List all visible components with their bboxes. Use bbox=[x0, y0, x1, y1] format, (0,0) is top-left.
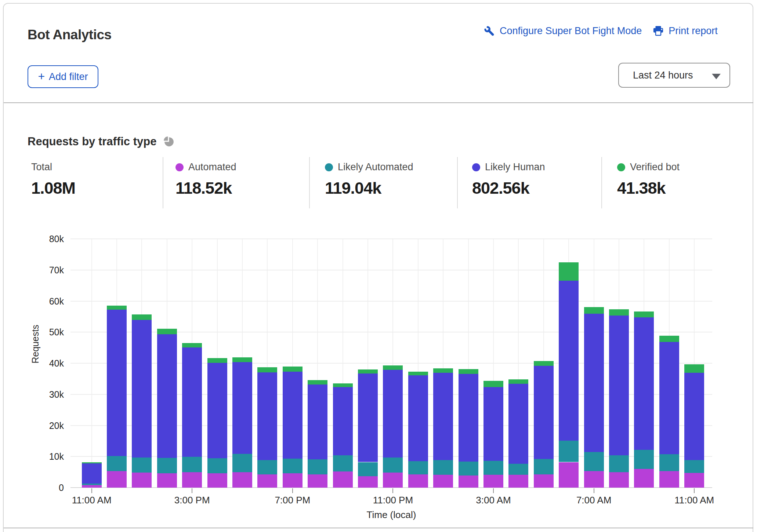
bar-segment[interactable] bbox=[408, 375, 428, 461]
bar-segment[interactable] bbox=[383, 473, 403, 488]
bar-segment[interactable] bbox=[107, 456, 127, 471]
bar-segment[interactable] bbox=[207, 458, 227, 473]
bar-segment[interactable] bbox=[358, 476, 378, 488]
bar-segment[interactable] bbox=[257, 367, 277, 372]
bar-segment[interactable] bbox=[584, 307, 604, 314]
bar-segment[interactable] bbox=[534, 459, 554, 474]
print-report-link[interactable]: Print report bbox=[653, 25, 718, 37]
bar-segment[interactable] bbox=[383, 458, 403, 473]
bar-segment[interactable] bbox=[132, 458, 152, 473]
bar-segment[interactable] bbox=[182, 457, 202, 472]
bar-segment[interactable] bbox=[358, 462, 378, 477]
bar-segment[interactable] bbox=[508, 475, 528, 488]
bar-segment[interactable] bbox=[584, 471, 604, 488]
bar-segment[interactable] bbox=[609, 455, 629, 473]
bar-segment[interactable] bbox=[82, 485, 102, 488]
bar-segment[interactable] bbox=[333, 387, 353, 455]
bar-segment[interactable] bbox=[634, 311, 654, 317]
bar-segment[interactable] bbox=[659, 336, 679, 342]
bar-segment[interactable] bbox=[232, 454, 252, 472]
bar-segment[interactable] bbox=[333, 471, 353, 488]
bar-segment[interactable] bbox=[157, 473, 177, 488]
bar-segment[interactable] bbox=[459, 475, 478, 488]
bar-segment[interactable] bbox=[684, 364, 704, 373]
bar-segment[interactable] bbox=[308, 380, 327, 385]
bar-segment[interactable] bbox=[483, 461, 503, 475]
bar-segment[interactable] bbox=[559, 441, 579, 462]
bar-segment[interactable] bbox=[283, 473, 303, 488]
bar-segment[interactable] bbox=[157, 329, 177, 334]
bar-segment[interactable] bbox=[257, 474, 277, 488]
bar-segment[interactable] bbox=[308, 474, 327, 488]
bar-segment[interactable] bbox=[132, 314, 152, 320]
bar-segment[interactable] bbox=[157, 458, 177, 473]
bar-segment[interactable] bbox=[433, 368, 453, 373]
bar-segment[interactable] bbox=[609, 316, 629, 455]
bar-segment[interactable] bbox=[408, 474, 428, 488]
bar-segment[interactable] bbox=[207, 358, 227, 363]
bar-segment[interactable] bbox=[283, 459, 303, 473]
bar-segment[interactable] bbox=[483, 387, 503, 461]
bar-segment[interactable] bbox=[483, 381, 503, 387]
bar-segment[interactable] bbox=[157, 334, 177, 458]
bar-segment[interactable] bbox=[333, 383, 353, 387]
bar-segment[interactable] bbox=[459, 462, 478, 475]
bar-segment[interactable] bbox=[257, 372, 277, 460]
bar-segment[interactable] bbox=[107, 471, 127, 488]
bar-segment[interactable] bbox=[257, 460, 277, 475]
bar-segment[interactable] bbox=[659, 454, 679, 471]
bar-segment[interactable] bbox=[82, 463, 102, 484]
bar-segment[interactable] bbox=[308, 459, 327, 474]
bar-segment[interactable] bbox=[459, 369, 478, 374]
bar-segment[interactable] bbox=[684, 473, 704, 488]
configure-super-bot-fight-mode-link[interactable]: Configure Super Bot Fight Mode bbox=[483, 25, 642, 37]
bar-segment[interactable] bbox=[684, 460, 704, 473]
bar-segment[interactable] bbox=[82, 462, 102, 463]
bar-segment[interactable] bbox=[207, 473, 227, 488]
bar-segment[interactable] bbox=[383, 365, 403, 370]
time-range-select[interactable]: Last 24 hours bbox=[618, 63, 730, 88]
bar-segment[interactable] bbox=[483, 475, 503, 488]
bar-segment[interactable] bbox=[559, 262, 579, 281]
bar-segment[interactable] bbox=[308, 385, 327, 459]
bar-segment[interactable] bbox=[333, 455, 353, 471]
bar-segment[interactable] bbox=[559, 281, 579, 441]
bar-segment[interactable] bbox=[459, 374, 478, 462]
bar-segment[interactable] bbox=[634, 469, 654, 488]
bar-segment[interactable] bbox=[508, 464, 528, 475]
bar-segment[interactable] bbox=[534, 366, 554, 459]
bar-segment[interactable] bbox=[584, 452, 604, 471]
bar-segment[interactable] bbox=[232, 472, 252, 488]
bar-segment[interactable] bbox=[182, 347, 202, 457]
bar-segment[interactable] bbox=[433, 475, 453, 488]
bar-segment[interactable] bbox=[659, 342, 679, 455]
bar-segment[interactable] bbox=[433, 373, 453, 460]
add-filter-button[interactable]: + Add filter bbox=[28, 65, 98, 88]
bar-segment[interactable] bbox=[508, 379, 528, 384]
bar-segment[interactable] bbox=[132, 320, 152, 458]
bar-segment[interactable] bbox=[358, 369, 378, 374]
bar-segment[interactable] bbox=[232, 362, 252, 454]
bar-segment[interactable] bbox=[609, 309, 629, 316]
bar-segment[interactable] bbox=[283, 372, 303, 459]
bar-segment[interactable] bbox=[634, 450, 654, 469]
bar-segment[interactable] bbox=[232, 357, 252, 362]
bar-segment[interactable] bbox=[534, 474, 554, 488]
bar-segment[interactable] bbox=[82, 484, 102, 485]
bar-segment[interactable] bbox=[408, 461, 428, 474]
bar-segment[interactable] bbox=[182, 472, 202, 488]
bar-segment[interactable] bbox=[383, 370, 403, 458]
bar-segment[interactable] bbox=[107, 306, 127, 310]
bar-segment[interactable] bbox=[433, 460, 453, 475]
bar-segment[interactable] bbox=[634, 317, 654, 450]
bar-segment[interactable] bbox=[207, 363, 227, 458]
bar-segment[interactable] bbox=[408, 372, 428, 375]
bar-segment[interactable] bbox=[107, 310, 127, 456]
bar-segment[interactable] bbox=[584, 314, 604, 452]
bar-segment[interactable] bbox=[132, 473, 152, 488]
bar-segment[interactable] bbox=[534, 361, 554, 366]
bar-segment[interactable] bbox=[609, 472, 629, 488]
bar-segment[interactable] bbox=[508, 384, 528, 464]
bar-segment[interactable] bbox=[559, 462, 579, 488]
pie-chart-icon[interactable] bbox=[163, 136, 175, 148]
